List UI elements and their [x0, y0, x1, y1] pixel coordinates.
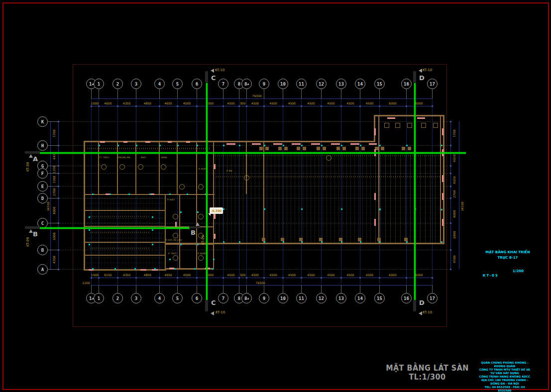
door-marker [387, 117, 395, 119]
level-callout[interactable]: -0.300 [210, 207, 223, 214]
dim-label-right: 4650 [453, 176, 456, 184]
axis-bubble-top-9[interactable]: 9 [259, 79, 269, 89]
axis-bubble-bottom-1[interactable]: 1 [94, 293, 104, 303]
door-marker [442, 219, 443, 226]
text-speckle [91, 248, 150, 249]
axis-bubble-bottom-17[interactable]: 17 [427, 293, 438, 303]
axis-leader [177, 285, 178, 293]
section-line-a[interactable] [39, 152, 466, 154]
room-number-circle [198, 214, 204, 219]
axis-bubble-top-5[interactable]: 5 [172, 79, 183, 89]
axis-leader [48, 198, 59, 198]
axis-bubble-left-B[interactable]: B [37, 245, 48, 255]
wall-tick [128, 194, 130, 195]
axis-bubble-bottom-11[interactable]: 11 [296, 293, 307, 303]
wall-segment [263, 141, 264, 244]
dim-tick [196, 277, 198, 279]
axis-leader [264, 89, 264, 99]
axis-bubble-bottom-4[interactable]: 4 [154, 293, 165, 303]
wall-tick [152, 229, 153, 231]
axis-bubble-bottom-7[interactable]: 7 [218, 293, 228, 303]
dim-label-bottom: 4500 [307, 274, 315, 277]
room-number-circle [173, 255, 178, 261]
axis-bubble-top-13[interactable]: 13 [336, 79, 346, 89]
axis-leader [223, 89, 223, 99]
dim-label-top: 4850 [144, 102, 151, 105]
axis-bubble-bottom-13[interactable]: 13 [336, 293, 346, 303]
wall-tick [197, 244, 199, 245]
axis-bubble-left-F[interactable]: F [37, 168, 48, 179]
axis-bubble-top-12[interactable]: 12 [316, 79, 327, 89]
door-marker [374, 128, 376, 135]
dim-tick [450, 165, 451, 167]
wall-tick [239, 241, 240, 243]
axis-leader [136, 89, 136, 99]
cad-canvas[interactable]: MẶT BẰNG LÁT SÀN TL:1/300 QUÂN CHỦNG PHÒ… [0, 0, 551, 392]
axis-bubble-top-3[interactable]: 3 [131, 79, 141, 89]
axis-bubble-bottom-8a[interactable]: 8a [241, 293, 252, 303]
dim-label-right: 8000 [453, 210, 456, 217]
dim-label-top: 4500 [288, 102, 296, 105]
wall-tick [441, 241, 442, 243]
wall-tick [360, 145, 361, 146]
axis-bubble-bottom-6[interactable]: 6 [192, 293, 202, 303]
axis-bubble-bottom-14[interactable]: 14 [355, 293, 365, 303]
company-info-line: TEL: 04 8532500 - FAX: 04 8532500 [478, 386, 532, 392]
room-number-circle [101, 164, 107, 170]
axis-bubble-top-14[interactable]: 14 [355, 79, 365, 89]
section-label-c-top: C [211, 74, 216, 82]
axis-bubble-bottom-9[interactable]: 9 [259, 293, 269, 303]
section-ref-kt10: KT-10 [423, 68, 432, 72]
axis-bubble-left-E[interactable]: E [37, 181, 48, 192]
wall-tick [341, 241, 342, 243]
axis-bubble-bottom-3[interactable]: 3 [131, 293, 141, 303]
room-number-circle [244, 175, 249, 181]
axis-bubble-top-2[interactable]: 2 [112, 79, 123, 89]
axis-bubble-top-6[interactable]: 6 [192, 79, 202, 89]
axis-leader [321, 89, 322, 99]
door-marker [214, 234, 216, 239]
axis-bubble-top-4[interactable]: 4 [154, 79, 165, 89]
axis-bubble-top-7[interactable]: 7 [218, 79, 228, 89]
section-label-d-bottom: D [419, 299, 425, 306]
axis-bubble-left-K[interactable]: K [37, 116, 48, 127]
section-arrow [29, 229, 33, 233]
section-line-b[interactable] [39, 227, 190, 229]
room-number-circle [161, 164, 166, 170]
section-line-c[interactable] [206, 83, 208, 300]
axis-leader [283, 89, 283, 99]
section-ref-kt10: KT-10 [215, 68, 224, 72]
axis-bubble-left-D[interactable]: D [37, 193, 48, 203]
room-number-circle [198, 184, 204, 190]
axis-bubble-top-16[interactable]: 16 [401, 79, 412, 89]
axis-bubble-bottom-12[interactable]: 12 [316, 293, 327, 303]
axis-bubble-left-A[interactable]: A [37, 264, 48, 275]
dim-tick [450, 249, 451, 251]
door-marker [140, 269, 146, 271]
axis-bubble-top-11[interactable]: 11 [296, 79, 307, 89]
axis-bubble-left-H[interactable]: H [37, 140, 48, 151]
section-line-d[interactable] [414, 83, 416, 300]
axis-bubble-bottom-10[interactable]: 10 [278, 293, 288, 303]
dim-tick [159, 277, 160, 279]
axis-bubble-top-15[interactable]: 15 [374, 79, 385, 89]
axis-bubble-top-8a[interactable]: 8a [241, 79, 252, 89]
axis-bubble-top-17[interactable]: 17 [427, 79, 438, 89]
dim-tick [359, 277, 361, 279]
axis-leader [246, 89, 247, 99]
axis-bubble-bottom-2[interactable]: 2 [112, 293, 123, 303]
column [265, 147, 269, 150]
room-number-circle [173, 233, 178, 238]
axis-bubble-bottom-15[interactable]: 15 [374, 293, 385, 303]
axis-bubble-top-10[interactable]: 10 [278, 79, 288, 89]
axis-bubble-bottom-5[interactable]: 5 [172, 293, 183, 303]
room-label: KHO [141, 156, 146, 159]
axis-bubble-bottom-16[interactable]: 16 [401, 293, 412, 303]
dim-label-top: 4500 [251, 102, 259, 105]
wall-tick [174, 268, 176, 270]
section-pole [205, 71, 208, 83]
dim-label-right: 5700 [453, 129, 456, 137]
axis-bubble-top-1[interactable]: 1 [94, 79, 104, 89]
wall-tick [223, 241, 224, 243]
dim-tick [301, 105, 302, 107]
